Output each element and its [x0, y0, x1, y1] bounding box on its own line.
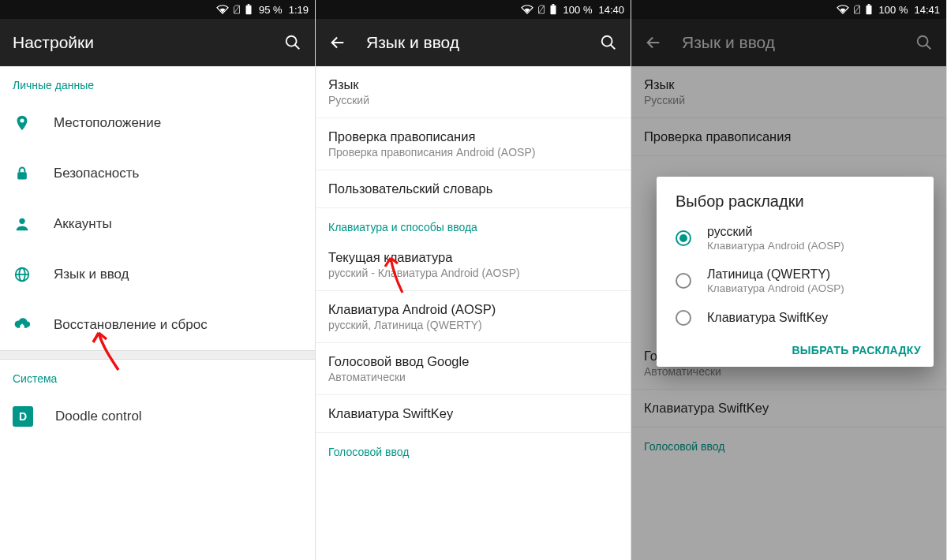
setting-language[interactable]: Язык Русский	[316, 66, 631, 118]
language-settings-list: Язык Русский Проверка правописания Голос…	[631, 66, 946, 560]
page-title: Настройки	[13, 33, 264, 52]
layout-option-russian[interactable]: русский Клавиатура Android (AOSP)	[657, 217, 934, 259]
svg-line-15	[611, 45, 616, 50]
settings-item-label: Язык и ввод	[54, 267, 129, 282]
wifi-icon	[216, 4, 229, 15]
settings-item-label: Безопасность	[54, 166, 139, 181]
search-icon	[915, 33, 934, 52]
lock-icon	[13, 164, 32, 183]
svg-line-4	[295, 45, 300, 50]
sim-icon	[852, 4, 862, 15]
section-system: Система	[0, 360, 315, 391]
svg-point-14	[602, 36, 612, 47]
battery-icon	[549, 4, 557, 15]
dialog-actions: ВЫБРАТЬ РАСКЛАДКУ	[657, 334, 934, 360]
screen-language-input: 100 % 14:40 Язык и ввод Язык Русский Про…	[316, 0, 631, 560]
clock: 14:40	[598, 4, 624, 16]
subheader-keyboard: Клавиатура и способы ввода	[316, 208, 631, 239]
settings-item-label: Восстановление и сброс	[54, 317, 208, 333]
setting-keyboard-aosp[interactable]: Клавиатура Android (AOSP) русский, Латин…	[316, 291, 631, 343]
svg-rect-12	[552, 4, 554, 6]
sim-icon	[537, 4, 546, 15]
settings-item-accounts[interactable]: Аккаунты	[0, 199, 315, 249]
clock: 14:41	[914, 4, 940, 16]
setting-keyboard-swiftkey[interactable]: Клавиатура SwiftKey	[316, 395, 631, 433]
setting-title: Клавиатура SwiftKey	[328, 406, 618, 421]
layout-option-latin[interactable]: Латиница (QWERTY) Клавиатура Android (AO…	[657, 259, 934, 302]
setting-title: Клавиатура Android (AOSP)	[328, 302, 618, 317]
setting-user-dict[interactable]: Пользовательский словарь	[316, 170, 631, 208]
location-icon	[13, 114, 32, 133]
app-bar: Язык и ввод	[631, 19, 946, 66]
app-bar: Язык и ввод	[316, 19, 631, 66]
battery-percent: 100 %	[879, 4, 908, 16]
sim-icon	[232, 4, 241, 15]
language-settings-list: Язык Русский Проверка правописания Прове…	[316, 66, 631, 560]
radio-icon	[676, 273, 691, 289]
svg-line-10	[539, 6, 544, 13]
wifi-icon	[521, 4, 533, 15]
battery-icon	[245, 4, 253, 15]
svg-line-0	[234, 6, 239, 13]
settings-list: Личные данные Местоположение Безопасност…	[0, 66, 315, 560]
setting-subtitle: Автоматически	[328, 371, 618, 383]
subheader-voice: Голосовой ввод	[316, 433, 631, 464]
layout-option-swiftkey[interactable]: Клавиатура SwiftKey	[657, 302, 934, 334]
battery-percent: 95 %	[259, 4, 283, 16]
svg-line-21	[926, 45, 931, 50]
settings-item-label: Doodle control	[55, 409, 142, 424]
option-subtitle: Клавиатура Android (AOSP)	[707, 240, 844, 252]
search-icon[interactable]	[599, 33, 618, 52]
setting-spellcheck[interactable]: Проверка правописания Проверка правописа…	[316, 118, 631, 170]
setting-title: Проверка правописания	[328, 129, 618, 144]
settings-item-backup[interactable]: Восстановление и сброс	[0, 300, 315, 350]
back-icon[interactable]	[328, 33, 347, 52]
dialog-title: Выбор раскладки	[657, 177, 934, 217]
setting-voice-google[interactable]: Голосовой ввод Google Автоматически	[316, 343, 631, 395]
option-title: Латиница (QWERTY)	[707, 267, 844, 282]
setting-title: Язык	[328, 77, 618, 92]
choose-layout-button[interactable]: ВЫБРАТЬ РАСКЛАДКУ	[792, 344, 921, 357]
svg-rect-17	[866, 6, 871, 14]
status-bar: 100 % 14:41	[631, 0, 946, 19]
settings-item-location[interactable]: Местоположение	[0, 98, 315, 148]
battery-percent: 100 %	[563, 4, 593, 16]
doodle-icon: D	[13, 406, 33, 427]
screen-layout-dialog: 100 % 14:41 Язык и ввод Язык Русский Про…	[631, 0, 947, 560]
svg-point-3	[286, 36, 297, 47]
section-personal: Личные данные	[0, 66, 315, 98]
settings-item-label: Аккаунты	[54, 216, 112, 232]
settings-item-doodle[interactable]: D Doodle control	[0, 391, 315, 442]
backup-icon	[13, 315, 32, 334]
option-title: Клавиатура SwiftKey	[707, 311, 828, 325]
page-title: Язык и ввод	[366, 33, 580, 52]
settings-item-language[interactable]: Язык и ввод	[0, 249, 315, 300]
layout-dialog: Выбор раскладки русский Клавиатура Andro…	[657, 177, 934, 367]
setting-title: Текущая клавиатура	[328, 250, 618, 265]
battery-icon	[865, 4, 873, 15]
status-bar: 100 % 14:40	[316, 0, 631, 19]
svg-rect-1	[246, 6, 252, 14]
svg-rect-11	[550, 6, 556, 14]
status-bar: 95 % 1:19	[0, 0, 315, 19]
svg-rect-5	[17, 172, 27, 179]
option-subtitle: Клавиатура Android (AOSP)	[707, 282, 844, 294]
clock: 1:19	[289, 4, 309, 16]
setting-subtitle: русский - Клавиатура Android (AOSP)	[328, 267, 618, 279]
setting-current-keyboard[interactable]: Текущая клавиатура русский - Клавиатура …	[316, 239, 631, 291]
settings-item-security[interactable]: Безопасность	[0, 148, 315, 199]
section-divider	[0, 350, 315, 360]
setting-subtitle: Русский	[328, 94, 618, 106]
wifi-icon	[837, 4, 849, 15]
setting-subtitle: Проверка правописания Android (AOSP)	[328, 146, 618, 159]
settings-item-label: Местоположение	[54, 115, 161, 131]
app-bar: Настройки	[0, 19, 315, 66]
screen-settings: 95 % 1:19 Настройки Личные данные Местоп…	[0, 0, 316, 560]
setting-title: Пользовательский словарь	[328, 181, 618, 196]
option-title: русский	[707, 225, 844, 239]
search-icon[interactable]	[283, 33, 302, 52]
svg-point-20	[918, 36, 928, 47]
radio-icon	[676, 230, 691, 246]
svg-point-6	[19, 218, 24, 224]
svg-line-16	[855, 6, 859, 13]
